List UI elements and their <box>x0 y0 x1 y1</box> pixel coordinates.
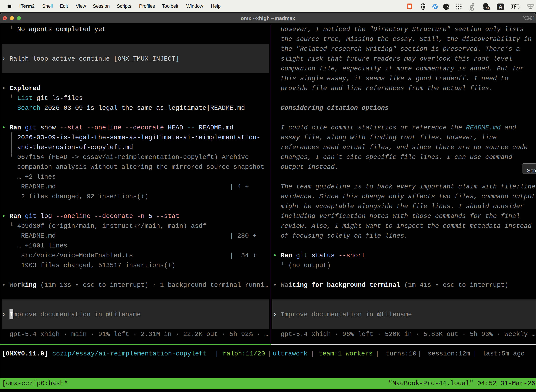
svg-text:..61: ..61 <box>484 7 489 10</box>
